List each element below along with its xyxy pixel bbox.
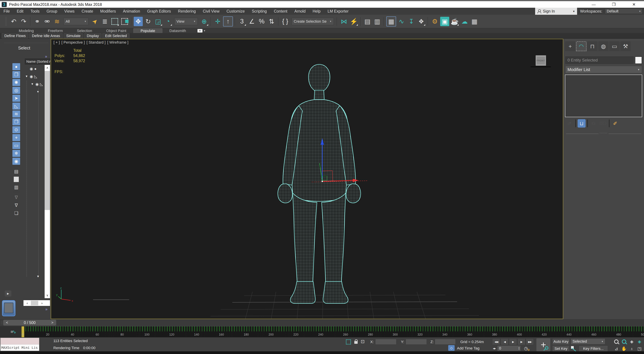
command-panel-tab-create[interactable]: +	[565, 41, 576, 51]
scrollbar-thumb[interactable]	[31, 301, 38, 305]
menu-graph-editors[interactable]: Graph Editors	[144, 8, 174, 15]
schematic-view-icon[interactable]: ↧	[407, 17, 416, 26]
menu-group[interactable]: Group	[43, 8, 61, 15]
menu-file[interactable]: File	[0, 8, 13, 15]
view-cube-front-face[interactable]: FRONT	[537, 57, 545, 64]
previous-frame-arrow[interactable]: <	[3, 321, 11, 325]
menu-scripting[interactable]: Scripting	[248, 8, 270, 15]
angle-snap-icon[interactable]: ∠	[247, 17, 256, 26]
filter-space-warps-icon[interactable]: ≋	[12, 110, 20, 117]
ribbon-button-define-idle-areas[interactable]: Define Idle Areas	[29, 33, 63, 38]
menu-content[interactable]: Content	[270, 8, 291, 15]
tree-row[interactable]: ▼	[25, 88, 45, 96]
scroll-right-icon[interactable]: ›	[38, 301, 46, 305]
menu-views[interactable]: Views	[61, 8, 78, 15]
render-in-cloud-icon[interactable]: ☁	[460, 17, 469, 26]
command-panel-tab-utilities[interactable]: ⚒	[620, 41, 631, 51]
filter-cameras-icon[interactable]: ◎	[12, 87, 20, 94]
scroll-left-icon[interactable]: ‹	[24, 301, 31, 305]
command-panel-tab-display[interactable]: ▭	[609, 41, 620, 51]
remove-modifier-icon[interactable]: ⌦	[599, 119, 607, 128]
bind-to-space-warp-icon[interactable]: ≋	[52, 17, 62, 26]
filter-helpers-icon[interactable]: ◺	[12, 103, 20, 110]
named-selection-sets-icon[interactable]: { }	[281, 17, 290, 26]
ribbon-tab-object-paint[interactable]: Object Paint	[99, 28, 133, 33]
absolute-mode-icon[interactable]: ⊡	[361, 339, 364, 344]
filter-shapes-icon[interactable]: ❐	[12, 71, 20, 78]
frame-indicator[interactable]: < 0 / 500 >	[3, 320, 56, 326]
eye-icon[interactable]: ◉	[30, 74, 33, 79]
select-object-icon[interactable]: ➤	[90, 17, 100, 26]
zoom-extents-all-icon[interactable]: ◈	[636, 339, 643, 345]
toggle-layer-explorer-icon[interactable]: ▥	[373, 17, 382, 26]
command-panel-tab-hierarchy[interactable]: ⊓	[587, 41, 598, 51]
listener-macro-pane[interactable]	[0, 338, 39, 345]
menu-tools[interactable]: Tools	[27, 8, 43, 15]
next-frame-arrow[interactable]: >	[48, 321, 56, 325]
unlink-selection-icon[interactable]: ⚮	[42, 17, 52, 26]
helper-icon[interactable]: ◺	[40, 82, 43, 86]
select-and-scale-icon[interactable]: ◲	[154, 17, 162, 26]
time-configuration-button[interactable]: ◷⚙	[522, 345, 530, 352]
filter-config-icon[interactable]: ∇	[12, 194, 20, 201]
frame-step-arrows[interactable]: ◀▶	[492, 346, 496, 351]
display-blank-icon[interactable]	[12, 176, 20, 183]
current-frame-field[interactable]: 0 ▲▼	[497, 346, 521, 351]
key-filters-button[interactable]: Key Filters...	[579, 346, 608, 352]
ribbon-button-display[interactable]: Display	[84, 33, 102, 38]
maximize-viewport-icon[interactable]: ◳	[636, 346, 643, 352]
filter-frozen-icon[interactable]: ❄	[12, 150, 20, 157]
material-editor-icon[interactable]: ❖	[417, 17, 426, 26]
explorer-column-header[interactable]: Name (Sorted A	[25, 58, 50, 64]
selection-lock-icon[interactable]	[354, 341, 358, 344]
viewport-shading-menu[interactable]: [ Wireframe ]	[107, 40, 128, 44]
maxscript-mini-listener[interactable]: MAXScript Mini Lis	[0, 338, 39, 351]
play-button[interactable]: ▶	[509, 339, 517, 345]
rendered-frame-window-icon[interactable]: ▣	[440, 17, 449, 26]
make-unique-icon[interactable]: ⧉	[590, 119, 598, 128]
helper-icon[interactable]: ◺	[34, 74, 37, 79]
menu-animation[interactable]: Animation	[120, 8, 144, 15]
spinner-snap-icon[interactable]: ⇅	[267, 17, 276, 26]
panel-drag-handle[interactable]	[4, 42, 48, 44]
selection-region-icon[interactable]	[346, 340, 351, 345]
ribbon-button-simulate[interactable]: Simulate	[64, 33, 83, 38]
display-list-icon[interactable]: ▤	[12, 168, 20, 175]
ribbon-tab-modeling[interactable]: Modeling	[12, 28, 41, 33]
select-and-manipulate-icon[interactable]: ✛	[213, 17, 222, 26]
menu-edit[interactable]: Edit	[13, 8, 27, 15]
viewport-layout-tab-button[interactable]	[2, 300, 16, 316]
listener-output-pane[interactable]: MAXScript Mini Lis	[0, 345, 39, 351]
restore-button[interactable]: ❐	[604, 1, 624, 8]
ribbon-button-edit-selected[interactable]: Edit Selected	[102, 33, 130, 38]
filter-assemblies-icon[interactable]: ▭	[12, 142, 20, 149]
select-by-name-icon[interactable]: ≣	[100, 17, 109, 26]
explorer-more-icon[interactable]: »	[45, 307, 48, 312]
filter-bones-icon[interactable]: ⌖	[12, 134, 20, 141]
scrollbar-thumb[interactable]	[44, 71, 50, 210]
go-to-end-button[interactable]: ▶▶	[526, 339, 534, 345]
undo-icon[interactable]: ↶	[9, 17, 18, 26]
select-and-rotate-icon[interactable]: ↻	[144, 17, 153, 26]
reference-coordinate-system-dropdown[interactable]: View▼	[174, 18, 198, 25]
menu-lm-exporter[interactable]: LM Exporter	[324, 8, 352, 15]
viewport-layout-expand-button[interactable]: ▶	[5, 291, 12, 297]
expander-icon[interactable]: ▼	[31, 82, 34, 86]
percent-snap-icon[interactable]: %	[257, 17, 266, 26]
redo-icon[interactable]: ↷	[19, 17, 28, 26]
filter-groups-icon[interactable]: ❒	[12, 118, 20, 125]
minimize-button[interactable]: —	[584, 1, 604, 8]
render-production-icon[interactable]: ☕	[450, 17, 459, 26]
set-keys-button[interactable]: +	[536, 338, 550, 352]
modifier-stack[interactable]	[565, 75, 642, 117]
spinner-arrows[interactable]: ▲▼	[518, 347, 520, 350]
tree-row[interactable]: ◉●	[25, 65, 45, 73]
x-coord-field[interactable]	[375, 339, 396, 345]
curve-editor-icon[interactable]: ∿	[397, 17, 406, 26]
eye-icon[interactable]: ◉	[36, 82, 39, 86]
auto-key-button[interactable]: Auto Key	[552, 339, 570, 345]
menu-arnold[interactable]: Arnold	[291, 8, 309, 15]
ribbon-config-dropdown[interactable]: ▼ ▼	[198, 29, 206, 32]
tree-expander-icon[interactable]: ▼	[36, 275, 40, 278]
toolbar-drag-handle[interactable]	[5, 17, 7, 26]
